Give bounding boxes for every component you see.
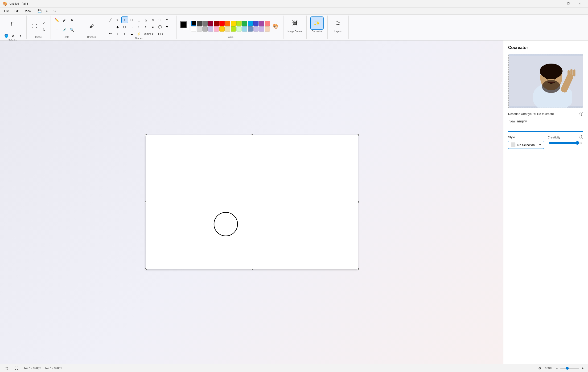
shape-callout-button[interactable]: 💬	[157, 24, 163, 30]
shape-star-button[interactable]: ★	[150, 24, 156, 30]
color-peach[interactable]	[265, 26, 270, 31]
shape-cloud-button[interactable]: ☁	[128, 30, 135, 37]
shape-4arrow-button[interactable]: ✦	[143, 24, 149, 30]
zoom-slider[interactable]	[560, 368, 579, 369]
menu-edit[interactable]: Edit	[12, 9, 22, 14]
pencil-button[interactable]: ✏️	[53, 17, 60, 24]
close-button[interactable]: ✕	[574, 0, 585, 8]
color-yellow[interactable]	[231, 21, 236, 26]
color-lavender[interactable]	[208, 26, 213, 31]
color-light-pink[interactable]	[214, 26, 219, 31]
shape-arrow-right-button[interactable]: →	[128, 24, 135, 30]
magnify-button[interactable]: 🔍	[68, 26, 75, 33]
creativity-label: Creativity i	[548, 135, 584, 139]
color-steel-blue[interactable]	[248, 26, 253, 31]
color-sky-blue[interactable]	[248, 21, 253, 26]
shape-oval-button[interactable]: ○	[121, 17, 128, 23]
color-white[interactable]	[191, 26, 196, 31]
bucket-button[interactable]: 🖌	[61, 17, 68, 24]
color-dark-red[interactable]	[208, 21, 213, 26]
zoom-in-button[interactable]: +	[580, 366, 585, 371]
canvas-area[interactable]	[0, 40, 503, 364]
save-button[interactable]: 💾	[36, 8, 43, 14]
color-gray[interactable]	[202, 21, 208, 26]
canvas[interactable]	[146, 135, 358, 269]
color-blue[interactable]	[253, 21, 259, 26]
prompt-input[interactable]: jew angry	[508, 118, 583, 132]
shape-heart-button[interactable]: ♥	[164, 24, 170, 30]
menu-view[interactable]: View	[23, 9, 33, 14]
color-red2[interactable]	[214, 21, 219, 26]
describe-info-icon[interactable]: i	[579, 112, 583, 116]
zoom-controls: − +	[554, 366, 585, 371]
minimize-button[interactable]: —	[552, 0, 563, 8]
restore-button[interactable]: ❐	[563, 0, 574, 8]
selection-tool-button[interactable]: ⬚	[7, 17, 20, 31]
image-creator-button[interactable]: 🖼	[288, 17, 302, 30]
shape-curve-button[interactable]: ∿	[114, 17, 121, 23]
shape-arrow-up-button[interactable]: ↑	[136, 24, 142, 30]
color-light-blue[interactable]	[242, 26, 247, 31]
shape-diamond-button[interactable]: ◇	[150, 17, 156, 23]
shape-star2-button[interactable]: ☆	[114, 30, 121, 37]
color-dark-gray[interactable]	[197, 21, 202, 26]
creativity-slider[interactable]	[549, 141, 583, 145]
cocreator-icon: ✨	[314, 20, 321, 26]
shape-pentagon-button[interactable]: ⬠	[157, 17, 163, 23]
resize-button[interactable]: ⤢	[41, 19, 47, 26]
image-tool-button[interactable]: ✦	[17, 32, 24, 39]
crop-button[interactable]: ⛶	[30, 19, 40, 34]
undo-button[interactable]: ↩	[44, 8, 51, 14]
color-pink[interactable]	[265, 21, 270, 26]
status-settings-button[interactable]: ⚙	[536, 365, 543, 372]
image-group-label: Image	[35, 36, 42, 38]
redo-button[interactable]: ↪	[51, 8, 58, 14]
shape-rect-button[interactable]: □	[128, 17, 135, 23]
shape-hexagon-button[interactable]: ⬡	[121, 24, 128, 30]
shape-line-button[interactable]: ╱	[107, 17, 114, 23]
color-red[interactable]	[220, 21, 225, 26]
color-medium-gray[interactable]	[202, 26, 208, 31]
shape-triangle-button[interactable]: △	[143, 17, 149, 23]
color-yellow-green[interactable]	[236, 21, 242, 26]
shape-diamond2-button[interactable]: ◆	[114, 24, 121, 30]
color-lime[interactable]	[231, 26, 236, 31]
picker-button[interactable]: 💉	[61, 26, 68, 33]
status-crop-button[interactable]: ⛶	[13, 365, 20, 372]
text-button[interactable]: A	[68, 17, 75, 24]
color-green[interactable]	[242, 21, 247, 26]
shape-rounded-rect-button[interactable]: ▢	[136, 17, 142, 23]
cocreator-button[interactable]: ✨	[310, 17, 324, 30]
color-palette-button[interactable]: 🎨	[271, 22, 280, 30]
rotate-button[interactable]: ↻	[41, 26, 47, 33]
creativity-info-icon[interactable]: i	[579, 135, 583, 139]
color-periwinkle[interactable]	[253, 26, 259, 31]
color-violet[interactable]	[259, 26, 264, 31]
brush-tool-button[interactable]: 🖌	[86, 19, 98, 34]
ribbon-group-colors: 🎨 Colors	[177, 16, 284, 39]
shape-arrow-left-button[interactable]: ←	[107, 24, 114, 30]
fill-dropdown[interactable]: Fill▼	[156, 31, 166, 37]
status-select-button[interactable]: ⬚	[3, 365, 10, 372]
fill-selection-button[interactable]: 🪣	[3, 32, 10, 39]
shape-lightning-button[interactable]: ⚡	[136, 30, 142, 37]
shape-burst-button[interactable]: ✳	[121, 30, 128, 37]
foreground-color[interactable]	[180, 21, 187, 28]
style-dropdown[interactable]: No Selection ▼	[508, 141, 544, 149]
crop-icon: ⛶	[32, 24, 37, 29]
color-gold[interactable]	[220, 26, 225, 31]
color-orange[interactable]	[225, 21, 230, 26]
outline-dropdown[interactable]: Outline▼	[143, 31, 155, 37]
menu-file[interactable]: File	[2, 9, 11, 14]
color-purple[interactable]	[259, 21, 264, 26]
eraser-button[interactable]: ◻	[53, 26, 60, 33]
layers-button[interactable]: 🗂	[331, 17, 345, 30]
color-tan[interactable]	[225, 26, 230, 31]
shape-more-button[interactable]: ▼	[164, 17, 170, 23]
text-tool-button[interactable]: A	[10, 32, 17, 39]
zoom-out-button[interactable]: −	[554, 366, 559, 371]
color-black[interactable]	[191, 21, 196, 26]
color-mint[interactable]	[236, 26, 242, 31]
color-light-gray2[interactable]	[197, 26, 202, 31]
shape-scribble-button[interactable]: 〜	[107, 30, 114, 37]
